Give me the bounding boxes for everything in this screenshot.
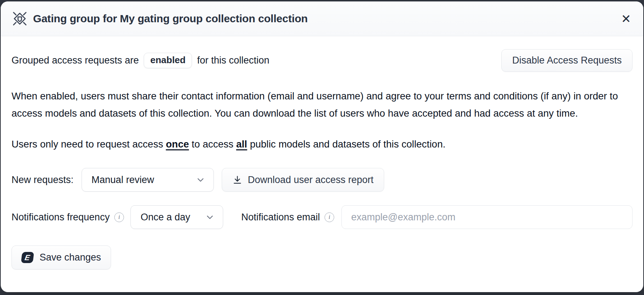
info-icon[interactable]: i — [114, 212, 124, 222]
access-rule-paragraph: Users only need to request access once t… — [12, 136, 632, 153]
new-requests-select[interactable]: Manual review — [82, 168, 214, 192]
status-badge: enabled — [144, 53, 192, 68]
rule-text-prefix: Users only need to request access — [12, 139, 166, 150]
status-text-after: for this collection — [197, 55, 269, 66]
gating-group-modal: Gating group for My gating group collect… — [1, 1, 643, 292]
save-row: E Save changes — [12, 245, 632, 270]
rule-text-mid: to access — [189, 139, 236, 150]
close-icon[interactable]: ✕ — [620, 11, 632, 27]
save-changes-button[interactable]: E Save changes — [12, 245, 111, 270]
gating-shield-icon — [12, 10, 28, 27]
modal-body: Grouped access requests are enabled for … — [1, 36, 643, 292]
status-row: Grouped access requests are enabled for … — [12, 49, 632, 72]
enterprise-badge-icon: E — [21, 252, 34, 263]
notifications-frequency-value: Once a day — [141, 212, 190, 223]
rule-emphasis-once: once — [166, 139, 189, 150]
new-requests-row: New requests: Manual review Download use… — [12, 168, 632, 192]
enterprise-badge-letter: E — [24, 254, 31, 261]
download-button-label: Download user access report — [248, 174, 374, 186]
status-text: Grouped access requests are enabled for … — [12, 53, 270, 68]
description-paragraph: When enabled, users must share their con… — [12, 88, 632, 122]
modal-title: Gating group for My gating group collect… — [33, 13, 308, 25]
download-icon — [233, 175, 242, 185]
new-requests-select-value: Manual review — [92, 174, 154, 186]
chevron-down-icon — [196, 175, 205, 184]
save-button-label: Save changes — [40, 252, 101, 263]
chevron-down-icon — [206, 213, 214, 221]
notifications-email-input[interactable] — [341, 205, 632, 229]
rule-text-suffix: public models and datasets of this colle… — [247, 139, 446, 150]
disable-access-requests-button[interactable]: Disable Access Requests — [501, 49, 632, 72]
notifications-row: Notifications frequency i Once a day Not… — [12, 205, 632, 229]
new-requests-label: New requests: — [12, 174, 74, 186]
notifications-frequency-select[interactable]: Once a day — [130, 205, 223, 229]
download-user-access-report-button[interactable]: Download user access report — [222, 168, 385, 192]
modal-header: Gating group for My gating group collect… — [1, 1, 643, 36]
rule-emphasis-all: all — [236, 139, 247, 150]
notifications-frequency-label: Notifications frequency — [12, 212, 110, 223]
status-text-before: Grouped access requests are — [12, 55, 139, 66]
info-icon[interactable]: i — [325, 212, 334, 222]
notifications-email-label: Notifications email — [241, 212, 320, 223]
